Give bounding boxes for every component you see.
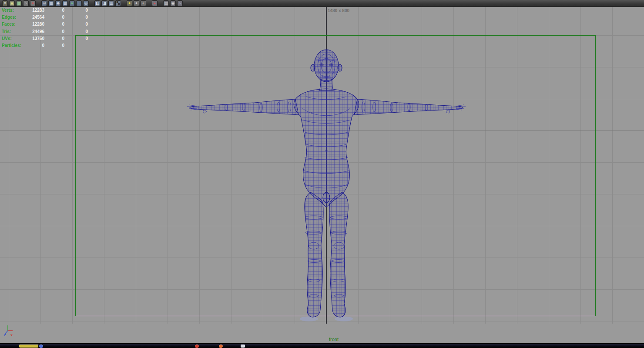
curve-tool-icon[interactable]: ~ — [23, 0, 29, 6]
texture-view-icon-glyph: T — [78, 1, 80, 5]
textured-display-icon-glyph: ▩ — [63, 1, 67, 5]
grid-display-icon-glyph: ⊞ — [43, 1, 46, 5]
checker-icon-glyph: ▚ — [117, 1, 120, 5]
right-ear — [338, 64, 342, 71]
poly-count-chart-icon[interactable]: ▦ — [16, 0, 22, 6]
shaded-display-icon-glyph: ◆ — [57, 1, 60, 5]
taskbar-app-blue-icon[interactable] — [39, 345, 43, 348]
uv-grid-icon[interactable]: ▥ — [108, 0, 114, 6]
grid-display-icon[interactable]: ⊞ — [41, 0, 47, 6]
render-settings-icon-glyph: ▸ — [154, 1, 156, 5]
curve-tool-icon-glyph: ~ — [25, 1, 27, 5]
taskbar — [0, 343, 644, 348]
wireframe-display-icon[interactable]: ▦ — [48, 0, 54, 6]
menu-set-icon-glyph: ▾ — [4, 1, 6, 5]
render-sphere-icon[interactable]: ● — [134, 0, 139, 6]
shelf-toolbar: ▾▣▦~●⊞▦◆▩VT◎◧◨▥▚●●◐▸▤◉∴ — [0, 0, 644, 7]
model-right-side — [329, 99, 466, 321]
component-mode-icon-glyph: ◨ — [102, 1, 106, 5]
checker-icon[interactable]: ▚ — [115, 0, 121, 6]
texture-editor-icon[interactable]: ▤ — [163, 0, 169, 6]
component-mode-icon[interactable]: ◨ — [101, 0, 107, 6]
shaded-display-icon[interactable]: ◆ — [55, 0, 61, 6]
menu-set-icon[interactable]: ▾ — [2, 0, 8, 6]
poly-count-chart-icon-glyph: ▦ — [17, 1, 21, 5]
texture-editor-icon-glyph: ▤ — [164, 1, 168, 5]
left-leg — [305, 192, 323, 317]
taskbar-app-orange-icon[interactable] — [219, 345, 223, 348]
start-button[interactable] — [19, 345, 38, 348]
share-nodes-icon[interactable]: ∴ — [177, 0, 183, 6]
textured-display-icon[interactable]: ▩ — [62, 0, 68, 6]
render-settings-icon[interactable]: ▸ — [152, 0, 158, 6]
torso — [294, 79, 359, 207]
ipr-render-icon[interactable]: ◐ — [141, 0, 146, 6]
model-left-side — [187, 99, 323, 321]
thumb — [203, 110, 207, 113]
render-current-icon-glyph: ● — [128, 1, 131, 5]
uv-grid-icon-glyph: ▥ — [109, 1, 113, 5]
vertex-face-icon[interactable]: V — [69, 0, 75, 6]
object-mode-icon[interactable]: ◧ — [94, 0, 100, 6]
texture-view-icon[interactable]: T — [76, 0, 82, 6]
wireframe-model[interactable] — [0, 0, 644, 348]
scene-hierarchy-icon-glyph: ▣ — [10, 1, 14, 5]
scene-hierarchy-icon[interactable]: ▣ — [9, 0, 15, 6]
foot-shadow — [300, 317, 318, 321]
magnet-snap-icon[interactable]: ● — [30, 0, 36, 6]
ipr-render-icon-glyph: ◐ — [142, 1, 144, 5]
head — [311, 50, 342, 82]
magnet-snap-icon-glyph: ● — [32, 1, 34, 5]
right-eye — [329, 64, 333, 66]
pelvis — [323, 192, 330, 203]
render-sphere-icon-glyph: ● — [135, 1, 138, 5]
left-eye — [319, 64, 324, 66]
history-icon[interactable]: ◎ — [83, 0, 89, 6]
hypergraph-icon-glyph: ◉ — [171, 1, 175, 5]
render-current-icon[interactable]: ● — [127, 0, 132, 6]
left-ear — [311, 64, 315, 71]
history-icon-glyph: ◎ — [84, 1, 88, 5]
vertex-face-icon-glyph: V — [70, 1, 73, 5]
object-mode-icon-glyph: ◧ — [95, 1, 99, 5]
wireframe-display-icon-glyph: ▦ — [49, 1, 53, 5]
share-nodes-icon-glyph: ∴ — [179, 1, 181, 5]
taskbar-app-doc-icon[interactable] — [241, 345, 245, 348]
maya-window: ▾▣▦~●⊞▦◆▩VT◎◧◨▥▚●●◐▸▤◉∴ 644 x 348 Verts… — [0, 0, 644, 348]
taskbar-app-red-icon[interactable] — [195, 345, 199, 348]
hypergraph-icon[interactable]: ◉ — [170, 0, 176, 6]
